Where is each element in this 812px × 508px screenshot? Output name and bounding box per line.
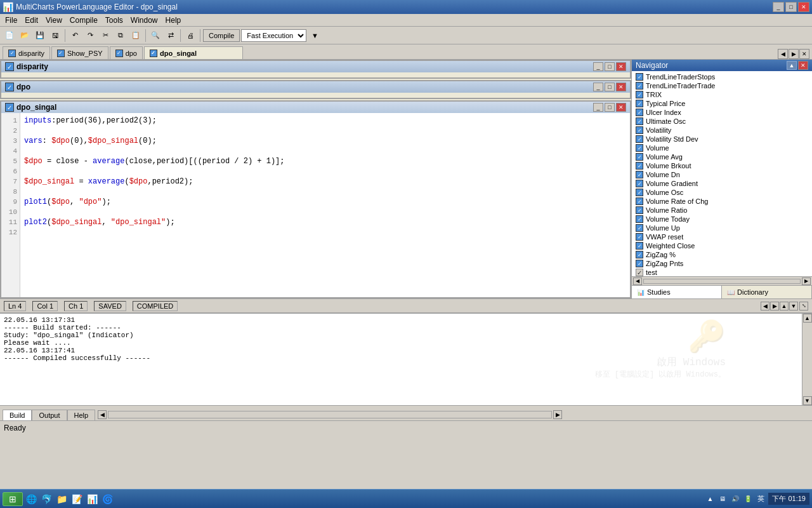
save-all-button[interactable]: 🖫 xyxy=(48,29,62,43)
taskbar-icon-4[interactable]: 📝 xyxy=(70,492,84,506)
nav-scroll-right[interactable]: ▶ xyxy=(802,277,811,285)
out-tab-output[interactable]: Output xyxy=(32,410,67,420)
cut-button[interactable]: ✂ xyxy=(98,29,112,43)
tab-disparity[interactable]: ✓ disparity xyxy=(3,46,50,59)
menu-window[interactable]: Window xyxy=(127,15,162,25)
code-content[interactable]: inputs:period(36),period2(3); vars: $dpo… xyxy=(20,113,630,297)
output-scroll-down[interactable]: ▼ xyxy=(803,396,812,405)
status-arr-left[interactable]: ◀ xyxy=(761,302,769,311)
tab-nav-right[interactable]: ▶ xyxy=(789,49,799,59)
menu-file[interactable]: File xyxy=(1,15,21,25)
new-button[interactable]: 📄 xyxy=(3,29,16,43)
system-clock[interactable]: 下午 01:19 xyxy=(768,493,809,505)
status-arr-up[interactable]: ▲ xyxy=(780,302,789,311)
menu-edit[interactable]: Edit xyxy=(21,15,42,25)
open-button[interactable]: 📂 xyxy=(18,29,32,43)
nav-item-trendline-trader-stops[interactable]: ✓ TrendLineTraderStops xyxy=(633,72,811,81)
nav-item-volume-osc[interactable]: ✓ Volume Osc xyxy=(633,188,811,197)
nav-item-volume-rate-of-chg[interactable]: ✓ Volume Rate of Chg xyxy=(633,197,811,206)
navigator-minimize-btn[interactable]: ▲ xyxy=(787,61,797,70)
close-button[interactable]: ✕ xyxy=(798,2,809,12)
nav-item-zigzag-pnts[interactable]: ✓ ZigZag Pnts xyxy=(633,259,811,268)
nav-item-volume-ratio[interactable]: ✓ Volume Ratio xyxy=(633,206,811,215)
tray-icon-network[interactable]: 🖥 xyxy=(717,494,728,504)
nav-tab-studies[interactable]: 📊 Studies xyxy=(632,286,722,298)
nav-item-ulcer-index[interactable]: ✓ Ulcer Index xyxy=(633,108,811,117)
nav-item-volume-brkout[interactable]: ✓ Volume Brkout xyxy=(633,161,811,170)
out-tab-help[interactable]: Help xyxy=(67,410,96,420)
output-hscroll-right[interactable]: ▶ xyxy=(553,410,562,419)
menu-view[interactable]: View xyxy=(42,15,66,25)
disparity-maximize-btn[interactable]: □ xyxy=(605,62,615,71)
dpo-minimize-btn[interactable]: _ xyxy=(593,83,603,91)
menu-help[interactable]: Help xyxy=(162,15,185,25)
dpo-close-btn[interactable]: ✕ xyxy=(616,83,626,91)
copy-button[interactable]: ⧉ xyxy=(114,29,128,43)
dpo-singal-close-btn[interactable]: ✕ xyxy=(616,103,626,112)
nav-item-typical-price[interactable]: ✓ Typical Price xyxy=(633,99,811,108)
tray-icon-sound[interactable]: 🔊 xyxy=(730,494,740,504)
dpo-singal-minimize-btn[interactable]: _ xyxy=(593,103,603,112)
undo-button[interactable]: ↶ xyxy=(68,29,82,43)
tray-icon-battery[interactable]: 🔋 xyxy=(743,494,753,504)
compile-mode-select[interactable]: Fast Execution Compatibility xyxy=(241,29,306,42)
nav-item-volatility[interactable]: ✓ Volatility xyxy=(633,126,811,135)
paste-button[interactable]: 📋 xyxy=(129,29,143,43)
status-resize[interactable]: ⤡ xyxy=(799,302,808,311)
start-button[interactable]: ⊞ xyxy=(3,492,23,506)
nav-item-volatility-std-dev[interactable]: ✓ Volatility Std Dev xyxy=(633,135,811,144)
tab-input-dpo-singal[interactable] xyxy=(199,50,237,57)
compile-button[interactable]: Compile xyxy=(203,29,240,42)
status-arr-right[interactable]: ▶ xyxy=(770,302,779,311)
save-button[interactable]: 💾 xyxy=(33,29,47,43)
tab-show-psy[interactable]: ✓ Show_PSY xyxy=(51,46,108,59)
nav-item-volume-avg[interactable]: ✓ Volume Avg xyxy=(633,152,811,161)
taskbar-ie-icon[interactable]: 🌐 xyxy=(24,492,38,506)
tab-dpo[interactable]: ✓ dpo xyxy=(110,46,143,59)
menu-tools[interactable]: Tools xyxy=(102,15,127,25)
output-scroll-up[interactable]: ▲ xyxy=(803,314,812,323)
taskbar-icon-3[interactable]: 📁 xyxy=(55,492,69,506)
nav-item-zigzag-pct[interactable]: ✓ ZigZag % xyxy=(633,250,811,259)
code-editor[interactable]: 12345 678910 1112 inputs:period(36),peri… xyxy=(1,113,630,297)
status-arr-down[interactable]: ▼ xyxy=(789,302,798,311)
dpo-maximize-btn[interactable]: □ xyxy=(605,83,615,91)
nav-item-volume-dn[interactable]: ✓ Volume Dn xyxy=(633,170,811,179)
dpo-singal-check: ✓ xyxy=(5,103,14,112)
nav-item-vwap-reset[interactable]: ✓ VWAP reset xyxy=(633,232,811,241)
disparity-close-btn[interactable]: ✕ xyxy=(616,62,626,71)
nav-item-test[interactable]: ✓ test xyxy=(633,268,811,276)
nav-scroll-track xyxy=(643,279,801,284)
navigator-close-btn[interactable]: ✕ xyxy=(798,61,808,70)
minimize-button[interactable]: _ xyxy=(773,2,784,12)
find-button[interactable]: 🔍 xyxy=(148,29,162,43)
disparity-minimize-btn[interactable]: _ xyxy=(593,62,603,71)
nav-item-trendline-trader-trade[interactable]: ✓ TrendLineTraderTrade xyxy=(633,81,811,90)
nav-item-volume-gradient[interactable]: ✓ Volume Gradient xyxy=(633,179,811,188)
nav-scroll-left[interactable]: ◀ xyxy=(633,277,642,285)
nav-item-ultimate-osc[interactable]: ✓ Ultimate Osc xyxy=(633,117,811,126)
taskbar-icon-5[interactable]: 📊 xyxy=(85,492,99,506)
taskbar-icon-2[interactable]: 🐬 xyxy=(39,492,53,506)
tray-icon-arrow[interactable]: ▲ xyxy=(705,494,715,504)
nav-item-weighted-close[interactable]: ✓ Weighted Close xyxy=(633,241,811,250)
nav-item-volume-today[interactable]: ✓ Volume Today xyxy=(633,215,811,224)
nav-item-volume-up[interactable]: ✓ Volume Up xyxy=(633,224,811,232)
nav-item-trix[interactable]: ✓ TRIX xyxy=(633,90,811,99)
maximize-button[interactable]: □ xyxy=(785,2,797,12)
output-hscroll-left[interactable]: ◀ xyxy=(98,410,107,419)
nav-tab-dictionary[interactable]: 📖 Dictionary xyxy=(722,286,812,298)
tab-nav-close[interactable]: ✕ xyxy=(799,49,809,59)
menu-compile[interactable]: Compile xyxy=(66,15,102,25)
taskbar-icon-6[interactable]: 🌀 xyxy=(100,492,114,506)
dpo-singal-maximize-btn[interactable]: □ xyxy=(605,103,615,112)
tray-icon-lang[interactable]: 英 xyxy=(756,494,766,504)
tab-dpo-singal[interactable]: ✓ dpo_singal xyxy=(144,46,243,59)
out-tab-build[interactable]: Build xyxy=(3,410,32,420)
compile-dropdown-btn[interactable]: ▼ xyxy=(308,29,322,43)
nav-item-volume[interactable]: ✓ Volume xyxy=(633,144,811,152)
replace-button[interactable]: ⇄ xyxy=(164,29,178,43)
tab-nav-left[interactable]: ◀ xyxy=(778,49,788,59)
print-button[interactable]: 🖨 xyxy=(183,29,197,43)
redo-button[interactable]: ↷ xyxy=(83,29,97,43)
